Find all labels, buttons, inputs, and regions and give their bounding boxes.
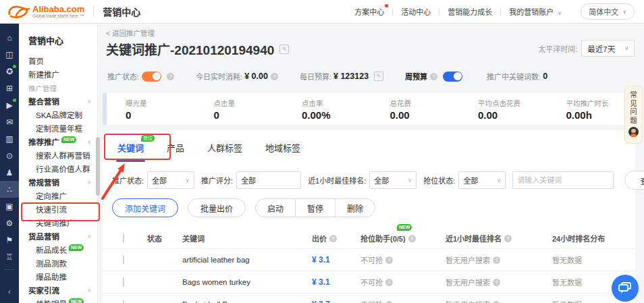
tab-keywords[interactable]: 关键词 抢位: [117, 141, 144, 162]
sidebar-item-targeted-promotion[interactable]: 定向推广: [19, 190, 97, 203]
nav-my-account[interactable]: 我的营销账户 ∨: [508, 6, 563, 17]
question-icon[interactable]: ?: [271, 73, 278, 80]
nav-plan-center[interactable]: 方案中心: [353, 6, 385, 17]
sidebar-item-new-product-growth[interactable]: 新品成长NEW: [19, 244, 97, 257]
header-divider: [93, 6, 94, 17]
new-badge: NEW: [69, 244, 84, 251]
filter-best-rank-select[interactable]: 全部 ∨: [369, 171, 417, 189]
sidebar-item-product-testing[interactable]: 测品测款: [19, 257, 97, 271]
faq-side-tab[interactable]: 常见问题: [624, 86, 643, 144]
sidebar-section-promotion-management: 推广管理: [19, 82, 97, 95]
add-keyword-button[interactable]: 添加关键词: [112, 198, 178, 217]
apps-grid-icon[interactable]: ⊞: [0, 80, 19, 97]
video-icon[interactable]: ▶: [0, 97, 19, 113]
sidebar-group-regular-marketing[interactable]: 常规营销∧: [19, 176, 97, 190]
row-checkbox[interactable]: [123, 300, 124, 303]
promo-status-toggle[interactable]: [142, 72, 161, 82]
filter-promo-score-input[interactable]: [236, 171, 301, 189]
tab-products[interactable]: 产品: [167, 141, 184, 162]
timezone-label: 太平洋时间:: [538, 43, 577, 54]
question-icon[interactable]: ?: [493, 301, 500, 303]
sidebar-item-keyword-promotion[interactable]: 关键词推广: [19, 217, 97, 230]
sidebar-item-custom-traffic[interactable]: 定制流量年框: [19, 122, 97, 136]
travel-icon[interactable]: ⚑: [0, 231, 19, 248]
select-all-checkbox[interactable]: [123, 233, 124, 243]
chat-widget-button[interactable]: [612, 275, 639, 302]
analytics-icon[interactable]: ▥: [0, 130, 19, 147]
date-range-select[interactable]: 最近7天 ∨: [581, 40, 635, 57]
location-icon[interactable]: ⊙: [0, 147, 19, 164]
sidebar-item-home[interactable]: 首页: [19, 55, 97, 68]
row-checkbox[interactable]: [123, 277, 124, 287]
filter-grab-status-select[interactable]: 全部 ∨: [458, 171, 506, 189]
col-grab-assistant: NEW 抢位助手(0/5) ?: [360, 233, 446, 244]
sidebar-item-trend-star[interactable]: 趋势明星NEW: [19, 298, 97, 303]
filter-promo-status-select[interactable]: 全部 ∨: [147, 171, 194, 189]
question-icon[interactable]: ?: [385, 301, 393, 303]
col-bid: 出价 ?: [312, 233, 360, 244]
breadcrumb-back-link[interactable]: < 返回推广管理: [106, 28, 155, 38]
sidebar-group-buyer-traffic[interactable]: 买家引流∧: [19, 284, 97, 298]
batch-bid-button[interactable]: 批量出价: [188, 198, 246, 217]
orders-icon[interactable]: ▣: [0, 198, 19, 215]
sidebar-item-quick-traffic[interactable]: 快速引流: [19, 203, 97, 217]
chevron-down-icon: ∨: [497, 177, 502, 184]
question-icon[interactable]: ?: [385, 256, 393, 264]
tab-audience-tags[interactable]: 人群标签: [207, 141, 242, 162]
top-header: Alibaba.com Global trade starts here.™ 营…: [0, 0, 644, 24]
new-badge: NEW: [69, 298, 84, 303]
keyword-search-input[interactable]: [512, 171, 614, 189]
nav-activity-center[interactable]: 活动中心: [400, 6, 432, 17]
sidebar-item-high-value-audience[interactable]: 行业高价值人群: [19, 163, 97, 176]
question-icon[interactable]: ?: [504, 235, 512, 242]
home-icon[interactable]: ⌂: [0, 29, 19, 46]
question-icon[interactable]: ?: [408, 235, 416, 242]
today-spend-label: 今日实时消耗:: [196, 71, 242, 82]
question-icon[interactable]: ?: [167, 73, 174, 80]
alibaba-logo[interactable]: Alibaba.com Global trade starts here.™: [7, 3, 84, 20]
question-icon[interactable]: ?: [493, 279, 500, 286]
row-checkbox[interactable]: [123, 255, 124, 265]
scrollbar-thumb[interactable]: [96, 137, 100, 196]
message-icon[interactable]: ✉: [0, 113, 19, 130]
sidebar-item-search-remarketing[interactable]: 搜索人群再营销: [19, 149, 97, 163]
week-budget-toggle[interactable]: [443, 72, 462, 82]
keyword-cell: artificial leather bag: [182, 256, 312, 264]
stats-card: 曝光量0 点击量0 点击率0.00% 总花费0.00 平均点击花费0.00 平均…: [103, 93, 635, 125]
edit-title-icon[interactable]: ✎: [279, 45, 289, 54]
question-icon[interactable]: ?: [385, 279, 393, 286]
search-button[interactable]: 查询: [624, 171, 644, 190]
sidebar-group-recommend-promotion[interactable]: 推荐推广NEW∧: [19, 136, 97, 149]
bid-cell[interactable]: ¥ 3.1: [312, 277, 360, 287]
tab-region-tags[interactable]: 地域标签: [265, 141, 300, 162]
green-status-dot: [13, 99, 16, 102]
certificate-icon[interactable]: ✪: [0, 63, 19, 80]
question-icon[interactable]: ?: [493, 256, 500, 264]
marketing-icon[interactable]: ∴: [0, 181, 19, 198]
edit-budget-icon[interactable]: ✎: [374, 72, 383, 81]
sidebar-item-hot-product-boost[interactable]: 爆品助推: [19, 271, 97, 284]
storefront-icon[interactable]: ◫: [0, 46, 19, 63]
bank-icon[interactable]: ♖: [0, 248, 19, 265]
sidebar-item-ska-brand[interactable]: SKA品牌定制: [19, 109, 97, 122]
pause-button[interactable]: 暂停: [295, 199, 335, 217]
chevron-down-icon: ∨: [558, 10, 562, 16]
sidebar-group-integrated-marketing[interactable]: 整合营销∧: [19, 95, 97, 109]
sidebar-group-product-marketing[interactable]: 货品营销∧: [19, 230, 97, 244]
grab-cell: 不可抢?: [360, 299, 446, 303]
bid-cell[interactable]: ¥ 3.1: [312, 255, 360, 265]
question-icon[interactable]: ?: [430, 73, 437, 80]
question-icon[interactable]: ?: [329, 235, 337, 242]
page: Alibaba.com Global trade starts here.™ 营…: [0, 0, 644, 303]
start-button[interactable]: 启动: [256, 199, 295, 217]
bid-cell[interactable]: ¥ 3.7: [312, 300, 360, 303]
members-icon[interactable]: ♟: [0, 164, 19, 181]
language-selector[interactable]: 简体中文 ∨: [581, 3, 635, 20]
tab-bar: 关键词 抢位 产品 人群标签 地域标签: [103, 130, 635, 162]
delete-button[interactable]: 删除: [335, 199, 375, 217]
settings-icon[interactable]: ⚙: [0, 215, 19, 231]
nav-marketing-growth[interactable]: 营销能力成长: [446, 6, 493, 17]
table-row: Basket ball Purse ¥ 3.7 不可抢? 暂无用户搜索? 暂无数…: [103, 293, 635, 303]
sidebar-item-new-promotion[interactable]: 新建推广: [19, 68, 97, 82]
collapse-icon[interactable]: ‹: [8, 287, 11, 296]
